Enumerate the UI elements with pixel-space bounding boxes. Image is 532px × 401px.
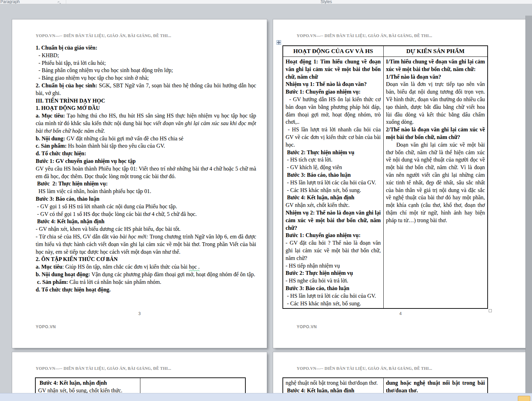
paragraph: - Phiếu bài tập, trả lời câu hỏi; bbox=[36, 59, 256, 67]
table-cell-activities[interactable]: nghệ thuật nổi bật trong bài thơ/đoạn th… bbox=[283, 378, 383, 393]
ribbon-group-styles-label: Styles bbox=[321, 0, 332, 4]
table-cell-activities[interactable]: Hoạt động 1: Tìm hiểu chung về đoạn văn … bbox=[283, 57, 383, 309]
paragraph: - GV hướng dẫn HS ôn lại kiến thức cơ bả… bbox=[286, 96, 381, 126]
table-header-activities: HOẠT ĐỘNG CỦA GV VÀ HS bbox=[283, 46, 383, 57]
paragraph: 1. HOẠT ĐỘNG MỞ ĐẦU bbox=[36, 104, 256, 112]
document-text-area[interactable]: 1. Chuẩn bị của giáo viên: - KHBD; - Phi… bbox=[36, 44, 256, 293]
ribbon-group-separator bbox=[66, 0, 66, 4]
paragraph: - KHBD; bbox=[36, 52, 256, 59]
paragraph: Nhiệm vụ 1: Thế nào là đoạn văn? bbox=[286, 80, 381, 88]
paragraph: Bước 4: Kết luận, nhận định bbox=[36, 218, 256, 225]
page-3: YOPO.VN—-- DIỄN ĐÀN TÀI LIỆU, GIÁO ÁN, B… bbox=[12, 19, 267, 348]
paragraph: Bước 4: Kết luận, nhận định bbox=[38, 379, 138, 387]
paragraph: Bước 2: Thực hiện nhiệm vụ bbox=[286, 269, 381, 277]
paragraph: nghệ thuật nổi bật trong bài thơ/đoạn th… bbox=[286, 379, 381, 387]
paragraph: III. TIẾN TRÌNH DẠY HỌC bbox=[36, 97, 256, 105]
paragraph: Bước 3: Báo cáo, thảo luận bbox=[286, 285, 381, 292]
paragraph: - GV đặt câu hỏi ? Thế nào là đoạn văn g… bbox=[286, 239, 381, 262]
vertical-scrollbar[interactable] bbox=[525, 16, 532, 393]
paragraph: c. Sản phẩm: Hs hoàn thành bài tập theo … bbox=[36, 142, 256, 150]
paragraph: HS làm việc cá nhân, hoàn thành phiếu họ… bbox=[36, 188, 256, 195]
paragraph: Bước 1: Chuyển giao nhiệm vụ: bbox=[286, 88, 381, 96]
paragraph: Bước 4: Kết luận, nhận định bbox=[286, 194, 381, 201]
table-cell-activities[interactable]: Bước 4: Kết luận, nhận định GV nhận xét,… bbox=[35, 378, 140, 393]
paragraph: b. Nội dung: GV đặt những câu hỏi gợi mở… bbox=[36, 135, 256, 142]
paragraph: 2. Chuẩn bị của học sinh: SGK, SBT Ngữ v… bbox=[36, 82, 256, 97]
paragraph: Đoạn văn ghi lại cảm xúc về một bài thơ … bbox=[386, 141, 485, 224]
paragraph: - Các HS khác nhận xét, bổ sung. bbox=[286, 186, 381, 194]
paragraph: 2. ÔN TẬP KIẾN THỨC CƠ BẢN bbox=[36, 255, 256, 263]
paragraph: - HS nghe câu hỏi và trả lời. bbox=[286, 277, 381, 285]
paragraph: GV nhận xét, chốt kiến thức. bbox=[286, 201, 381, 209]
footer-brand: YOPO.VN bbox=[297, 324, 317, 329]
page-header-watermark: YOPO.VN—-- DIỄN ĐÀN TÀI LIỆU, GIÁO ÁN, B… bbox=[36, 33, 261, 38]
page-4: YOPO.VN—-- DIỄN ĐÀN TÀI LIỆU, GIÁO ÁN, B… bbox=[273, 19, 528, 348]
paragraph: - HS tích cực trả lời. bbox=[286, 156, 381, 164]
paragraph: Đoạn văn là đơn vị trực tiếp tạo nên văn… bbox=[386, 80, 485, 126]
lesson-activity-table-continued: nghệ thuật nổi bật trong bài thơ/đoạn th… bbox=[282, 377, 488, 393]
paragraph: GV nhận xét, bổ sung, chốt kiến thức. bbox=[38, 387, 138, 393]
paragraph: - Bảng giao nhiệm vụ học tập cho học sin… bbox=[36, 74, 256, 82]
paragraph: 1. Chuẩn bị của giáo viên: bbox=[36, 44, 256, 52]
paragraph: Bước 2: Thực hiện nhiệm vụ: bbox=[36, 180, 256, 188]
paragraph: - HS tiếp nhận nhiệm vụ bbox=[286, 262, 381, 270]
page-6-partial: YOPO.VN—-- DIỄN ĐÀN TÀI LIỆU, GIÁO ÁN, B… bbox=[273, 352, 528, 393]
paragraph: - Các HS khác nhận xét, bổ sung. bbox=[286, 300, 381, 307]
paragraph: c. Sản phẩm: Câu trả lời cá nhân hoặc sả… bbox=[36, 278, 256, 286]
dialog-launcher-icon[interactable] bbox=[58, 0, 61, 4]
paragraph: Bước 1: Chuyển giao nhiệm vụ: bbox=[286, 232, 381, 239]
paragraph: Bước 3: Báo cáo, thảo luận bbox=[36, 195, 256, 203]
page-header-watermark: YOPO.VN—-- DIỄN ĐÀN TÀI LIỆU, GIÁO ÁN, B… bbox=[297, 366, 522, 371]
page-header-watermark: YOPO.VN—-- DIỄN ĐÀN TÀI LIỆU, GIÁO ÁN, B… bbox=[297, 33, 522, 38]
paragraph: d. Tổ chức thực hiện: bbox=[36, 150, 256, 157]
table-cell-products[interactable] bbox=[140, 378, 245, 393]
page-header-watermark: YOPO.VN—-- DIỄN ĐÀN TÀI LIỆU, GIÁO ÁN, B… bbox=[36, 366, 261, 371]
paragraph: - HS lần lượt trả lời nhanh câu hỏi của … bbox=[286, 126, 381, 148]
lesson-activity-table-continued: Bước 4: Kết luận, nhận định GV nhận xét,… bbox=[35, 377, 246, 393]
paragraph: - HS lần lượt trả lời các câu hỏi của GV… bbox=[286, 179, 381, 186]
paragraph: a. Mục tiêu: Tạo hứng thú cho HS, thu hú… bbox=[36, 112, 256, 134]
paragraph: Bước 2: Thực hiện nhiệm vụ bbox=[286, 149, 381, 156]
paragraph: I/Tìm hiểu chung về đoạn văn ghi lại cảm… bbox=[386, 58, 485, 73]
lesson-activity-table: HOẠT ĐỘNG CỦA GV VÀ HS DỰ KIẾN SẢN PHẨM … bbox=[282, 45, 488, 309]
document-workspace: YOPO.VN—-- DIỄN ĐÀN TÀI LIỆU, GIÁO ÁN, B… bbox=[0, 4, 532, 393]
paragraph: 2/Thế nào là đoạn văn ghi lại cảm xúc về… bbox=[386, 126, 485, 141]
page-number: 3 bbox=[12, 311, 267, 316]
paragraph: - GV gọi 1 số HS trả lời nhanh các nội d… bbox=[36, 203, 256, 210]
paragraph: 1/Thế nào là đoạn văn? bbox=[386, 73, 485, 81]
paragraph: Bước 1: GV chuyển giao nhiệm vụ học tập bbox=[36, 157, 256, 165]
paragraph: - GV nhận xét, khen và biểu dương các HS… bbox=[36, 225, 256, 233]
table-cell-products[interactable]: dung hoặc nghệ thuật nổi bật trong bài t… bbox=[383, 378, 488, 393]
table-cell-products[interactable]: I/Tìm hiểu chung về đoạn văn ghi lại cảm… bbox=[383, 57, 488, 309]
ribbon-group-paragraph-label: Paragraph bbox=[0, 0, 20, 4]
table-move-icon[interactable] bbox=[277, 40, 281, 45]
table-header-products: DỰ KIẾN SẢN PHẨM bbox=[383, 46, 488, 57]
notification-fragment bbox=[518, 396, 530, 401]
paragraph: - GV có thể gọi 1 số HS đọc thuộc lòng c… bbox=[36, 210, 256, 218]
paragraph: b. Nội dung hoạt động: Vận dụng các phươ… bbox=[36, 271, 256, 278]
paragraph: Hoạt động 1: Tìm hiểu chung về đoạn văn … bbox=[286, 58, 381, 80]
paragraph: - HS lần lượt trả lời các câu hỏi của GV… bbox=[286, 292, 381, 300]
footer-brand: YOPO.VN bbox=[36, 324, 56, 329]
page-5-partial: YOPO.VN—-- DIỄN ĐÀN TÀI LIỆU, GIÁO ÁN, B… bbox=[12, 352, 267, 393]
paragraph: - Bảng phân công nhiệm vụ cho học sinh h… bbox=[36, 67, 256, 74]
paragraph: dung hoặc nghệ thuật nổi bật trong bài t… bbox=[386, 379, 485, 393]
ribbon-strip: Paragraph Styles bbox=[0, 0, 532, 4]
paragraph: d. Tổ chức thực hiện hoạt động. bbox=[36, 286, 256, 294]
page-number: 4 bbox=[273, 311, 528, 316]
paragraph: - GV khích lệ, động viên bbox=[286, 164, 381, 171]
paragraph: a. Mục tiêu: Giúp HS ôn tập, nắm chắc cá… bbox=[36, 263, 256, 271]
status-bar-strip bbox=[0, 393, 532, 401]
paragraph: GV yêu cầu HS hoàn thành Phiếu học tập 0… bbox=[36, 165, 256, 180]
paragraph: Bước 3: Báo cáo, thảo luận bbox=[286, 171, 381, 179]
paragraph: - Từ chia sẻ của HS, GV dẫn dắt vào bài … bbox=[36, 233, 256, 255]
paragraph: Nhiệm vụ 2: Thế nào là đoạn văn ghi lại … bbox=[286, 209, 381, 232]
paragraph: Bước 4: Kết luận, nhận định bbox=[286, 387, 381, 393]
